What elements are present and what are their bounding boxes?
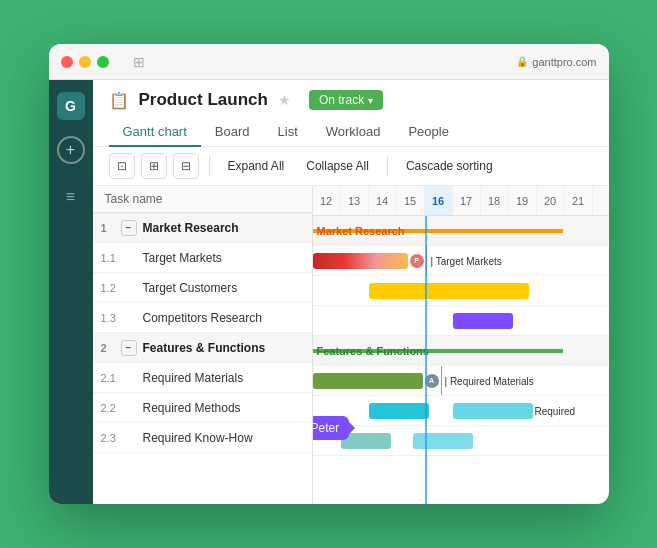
task-number: 2 xyxy=(101,342,121,354)
task-collapse-button[interactable]: − xyxy=(121,340,137,356)
url-text: ganttpro.com xyxy=(532,56,596,68)
sidebar: G + ≡ xyxy=(49,80,93,504)
expand-all-button[interactable]: Expand All xyxy=(220,155,293,177)
task-number: 1.1 xyxy=(101,252,121,264)
titlebar: ⊞ 🔒 ganttpro.com xyxy=(49,44,609,80)
required-materials-bar xyxy=(313,373,423,389)
task-name: Required Know-How xyxy=(121,431,253,445)
view-toggle-3-icon[interactable]: ⊟ xyxy=(173,153,199,179)
gantt-col-19: 19 xyxy=(509,186,537,215)
peter-tooltip: ✈ Peter xyxy=(313,416,350,440)
nav-tabs: Gantt chart Board List Workload People xyxy=(109,118,593,146)
project-title-row: 📋 Product Launch ★ On track ▾ xyxy=(109,90,593,110)
gantt-col-20: 20 xyxy=(537,186,565,215)
task-name: Required Materials xyxy=(121,371,244,385)
bar-divider-line-2 xyxy=(441,366,442,395)
task-number: 2.3 xyxy=(101,432,121,444)
gantt-row-2-3 xyxy=(313,426,609,456)
task-row: 2.1 Required Materials xyxy=(93,363,312,393)
task-collapse-button[interactable]: − xyxy=(121,220,137,236)
status-text: On track xyxy=(319,93,364,107)
project-header: 📋 Product Launch ★ On track ▾ Gantt char… xyxy=(93,80,609,147)
task-number: 2.2 xyxy=(101,402,121,414)
task-row: 1 − Market Research xyxy=(93,213,312,243)
task-row: 2 − Features & Functions xyxy=(93,333,312,363)
toolbar-divider-2 xyxy=(387,156,388,176)
task-name: Features & Functions xyxy=(143,341,266,355)
app-window: ⊞ 🔒 ganttpro.com G + ≡ 📋 Produc xyxy=(49,44,609,504)
gantt-area: Task name 1 − Market Research 1.1 Target… xyxy=(93,186,609,504)
today-line xyxy=(425,216,427,504)
close-button[interactable] xyxy=(61,56,73,68)
task-name: Market Research xyxy=(143,221,239,235)
market-research-bar-label: Market Research xyxy=(317,225,405,237)
gantt-col-12: 12 xyxy=(313,186,341,215)
tab-workload[interactable]: Workload xyxy=(312,118,395,147)
task-name: Competitors Research xyxy=(121,311,262,325)
target-markets-label: | Target Markets xyxy=(431,255,502,266)
tab-people[interactable]: People xyxy=(394,118,462,147)
task-list-header: Task name xyxy=(93,186,312,213)
target-markets-bar xyxy=(313,253,408,269)
gantt-col-18: 18 xyxy=(481,186,509,215)
competitors-research-bar xyxy=(453,313,513,329)
required-methods-bar-2 xyxy=(453,403,533,419)
tooltip-name: Peter xyxy=(313,421,340,435)
task-row: 2.3 Required Know-How xyxy=(93,423,312,453)
gantt-chart: 12 13 14 15 16 17 18 19 20 21 xyxy=(313,186,609,504)
task-number: 1.2 xyxy=(101,282,121,294)
gantt-header: 12 13 14 15 16 17 18 19 20 21 xyxy=(313,186,609,216)
gantt-col-14: 14 xyxy=(369,186,397,215)
window-icon: ⊞ xyxy=(133,54,145,70)
features-bar-label: Features & Functions xyxy=(317,345,429,357)
task-list: Task name 1 − Market Research 1.1 Target… xyxy=(93,186,313,504)
toolbar-divider-1 xyxy=(209,156,210,176)
view-toggle-2-icon[interactable]: ⊞ xyxy=(141,153,167,179)
gantt-col-15: 15 xyxy=(397,186,425,215)
task-name: Target Customers xyxy=(121,281,238,295)
gantt-col-17: 17 xyxy=(453,186,481,215)
sidebar-menu-icon[interactable]: ≡ xyxy=(66,188,75,206)
main-content: 📋 Product Launch ★ On track ▾ Gantt char… xyxy=(93,80,609,504)
required-materials-label: | Required Materials xyxy=(445,375,534,386)
task-row: 1.2 Target Customers xyxy=(93,273,312,303)
tab-list[interactable]: List xyxy=(264,118,312,147)
gantt-row-2-1: A | Required Materials xyxy=(313,366,609,396)
required-knowhow-bar-2 xyxy=(413,433,473,449)
gantt-row-1: Market Research xyxy=(313,216,609,246)
required-methods-bar xyxy=(369,403,429,419)
lock-icon: 🔒 xyxy=(516,56,528,67)
maximize-button[interactable] xyxy=(97,56,109,68)
minimize-button[interactable] xyxy=(79,56,91,68)
toolbar: ⊡ ⊞ ⊟ Expand All Collapse All Cascade so… xyxy=(93,147,609,186)
project-title: Product Launch xyxy=(139,90,268,110)
sidebar-add-button[interactable]: + xyxy=(57,136,85,164)
task-row: 1.1 Target Markets xyxy=(93,243,312,273)
chevron-down-icon: ▾ xyxy=(368,95,373,106)
task-row: 2.2 Required Methods xyxy=(93,393,312,423)
avatar: P xyxy=(408,252,426,270)
gantt-row-1-2 xyxy=(313,276,609,306)
gantt-row-1-1: P | Target Markets xyxy=(313,246,609,276)
url-bar: 🔒 ganttpro.com xyxy=(516,56,596,68)
tab-board[interactable]: Board xyxy=(201,118,264,147)
task-row: 1.3 Competitors Research xyxy=(93,303,312,333)
cascade-sorting-button[interactable]: Cascade sorting xyxy=(398,155,501,177)
task-number: 1.3 xyxy=(101,312,121,324)
task-number: 2.1 xyxy=(101,372,121,384)
view-toggle-1-icon[interactable]: ⊡ xyxy=(109,153,135,179)
task-number: 1 xyxy=(101,222,121,234)
traffic-lights xyxy=(61,56,109,68)
gantt-row-2-2: Required xyxy=(313,396,609,426)
favorite-star-icon[interactable]: ★ xyxy=(278,92,291,108)
collapse-all-button[interactable]: Collapse All xyxy=(298,155,377,177)
app-body: G + ≡ 📋 Product Launch ★ On track ▾ xyxy=(49,80,609,504)
gantt-row-2: Features & Functions xyxy=(313,336,609,366)
gantt-rows: Market Research P | Target Markets xyxy=(313,216,609,504)
project-icon: 📋 xyxy=(109,91,129,110)
task-name: Required Methods xyxy=(121,401,241,415)
status-badge[interactable]: On track ▾ xyxy=(309,90,383,110)
gantt-row-1-3 xyxy=(313,306,609,336)
gantt-col-13: 13 xyxy=(341,186,369,215)
tab-gantt-chart[interactable]: Gantt chart xyxy=(109,118,201,147)
